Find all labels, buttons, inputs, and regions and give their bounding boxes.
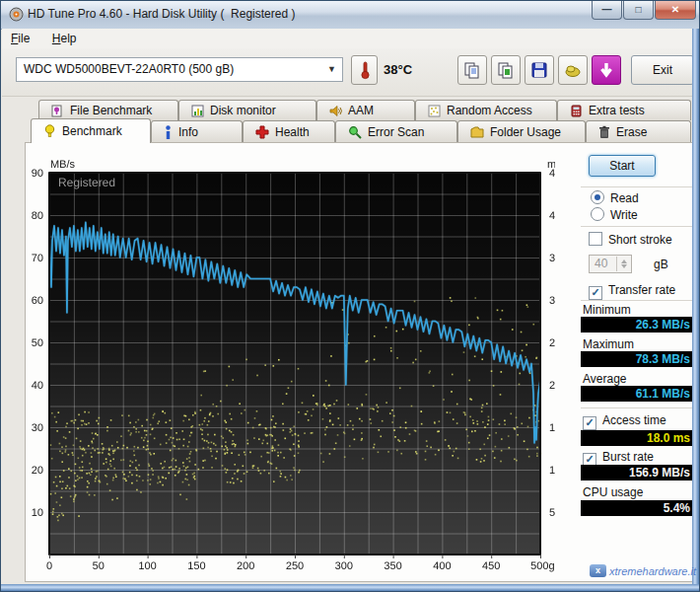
- tab-disk-monitor[interactable]: Disk monitor: [178, 100, 316, 120]
- burst-rate-label: Burst rate: [602, 450, 654, 464]
- speaker-icon: [329, 105, 342, 117]
- toolbar: WDC WD5000BEVT-22A0RT0 (500 gB) ▼ 38°C: [2, 48, 700, 97]
- access-time-checkbox[interactable]: ✓Access time: [583, 413, 666, 430]
- temperature-value: 38°C: [384, 62, 412, 77]
- menu-help[interactable]: Help: [43, 29, 86, 45]
- title-bar: HD Tune Pro 4.60 - Hard Disk Utility ( R…: [1, 1, 700, 30]
- write-radio[interactable]: Write: [591, 207, 638, 222]
- tab-erase[interactable]: Erase: [586, 120, 691, 142]
- calculator-icon: [570, 105, 583, 117]
- checkbox-icon: [589, 232, 602, 246]
- window-frame-right: [692, 29, 699, 592]
- folder-icon: [470, 126, 484, 138]
- copy-image-icon: [497, 61, 515, 79]
- burst-rate-value: 156.9 MB/s: [581, 465, 696, 481]
- down-arrow-icon: [597, 61, 615, 79]
- read-label: Read: [610, 191, 639, 205]
- tab-label: Folder Usage: [490, 125, 561, 139]
- info-icon: [164, 125, 173, 139]
- health-cross-icon: [255, 125, 269, 139]
- minimize-button[interactable]: —: [592, 1, 622, 20]
- tab-label: Random Access: [447, 104, 532, 117]
- random-access-icon: [428, 105, 441, 117]
- magnifier-icon: [348, 125, 362, 139]
- site-logo-icon: x: [590, 564, 606, 577]
- hand-upload-icon: [564, 61, 582, 79]
- tab-label: File Benchmark: [70, 104, 152, 117]
- tab-file-benchmark[interactable]: File Benchmark: [38, 100, 178, 120]
- site-watermark-text: xtremehardware.it: [609, 565, 696, 577]
- checkbox-icon: ✓: [589, 286, 602, 300]
- window-title: HD Tune Pro 4.60 - Hard Disk Utility ( R…: [28, 7, 295, 21]
- thermometer-icon: [359, 60, 371, 80]
- separator: [581, 186, 695, 187]
- maximum-label: Maximum: [583, 337, 634, 351]
- tab-extra-tests[interactable]: Extra tests: [557, 100, 691, 120]
- short-stroke-spinner[interactable]: 40: [589, 255, 632, 273]
- site-watermark: x xtremehardware.it: [590, 564, 696, 577]
- benchmark-chart: [23, 151, 555, 575]
- radio-icon: [591, 190, 604, 204]
- floppy-save-icon: [530, 61, 548, 79]
- menu-bar: File Help: [2, 29, 700, 49]
- drive-select[interactable]: WDC WD5000BEVT-22A0RT0 (500 gB) ▼: [16, 57, 343, 82]
- gb-unit-label: gB: [654, 258, 668, 271]
- tab-label: Extra tests: [589, 104, 645, 117]
- close-button[interactable]: ✕: [655, 1, 696, 20]
- maximize-button[interactable]: □: [623, 1, 654, 20]
- download-button[interactable]: [592, 55, 621, 85]
- maximum-value: 78.3 MB/s: [581, 351, 696, 367]
- transfer-rate-checkbox[interactable]: ✓Transfer rate: [589, 283, 675, 300]
- access-time-value: 18.0 ms: [581, 430, 696, 446]
- start-button[interactable]: Start: [589, 155, 656, 177]
- short-stroke-label: Short stroke: [608, 233, 672, 247]
- window-frame-bottom: [1, 584, 700, 591]
- transfer-rate-label: Transfer rate: [608, 283, 675, 297]
- average-value: 61.1 MB/s: [581, 386, 696, 402]
- save-screenshot-button[interactable]: [525, 55, 554, 85]
- copy-text-icon: [463, 61, 481, 79]
- spinner-arrows[interactable]: [616, 257, 630, 271]
- drive-select-value: WDC WD5000BEVT-22A0RT0 (500 gB): [24, 62, 234, 76]
- short-stroke-checkbox[interactable]: Short stroke: [589, 232, 672, 247]
- tab-label: Health: [275, 125, 310, 139]
- checkbox-icon: ✓: [583, 416, 596, 430]
- tab-error-scan[interactable]: Error Scan: [335, 120, 457, 142]
- tab-health[interactable]: Health: [243, 120, 335, 142]
- minimum-value: 26.3 MB/s: [581, 317, 696, 333]
- write-label: Write: [610, 208, 638, 222]
- copy-text-button[interactable]: [457, 55, 487, 85]
- read-radio[interactable]: Read: [591, 190, 639, 205]
- tab-label: AAM: [348, 104, 374, 117]
- hdd-app-icon: [9, 7, 24, 22]
- radio-icon: [591, 207, 604, 221]
- tab-random-access[interactable]: Random Access: [415, 100, 557, 120]
- benchmark-bulb-icon: [43, 124, 56, 139]
- separator: [581, 407, 695, 408]
- minimum-label: Minimum: [583, 303, 631, 317]
- tab-label: Benchmark: [62, 124, 122, 138]
- cpu-usage-label: CPU usage: [583, 485, 643, 499]
- tab-info[interactable]: Info: [151, 120, 243, 142]
- tab-folder-usage[interactable]: Folder Usage: [457, 120, 586, 142]
- cpu-usage-value: 5.4%: [581, 500, 696, 516]
- tab-label: Info: [178, 125, 198, 139]
- menu-file[interactable]: File: [2, 29, 38, 45]
- separator: [581, 226, 695, 227]
- tab-aam[interactable]: AAM: [316, 100, 415, 120]
- tab-label: Error Scan: [368, 125, 424, 139]
- tab-label: Erase: [616, 125, 647, 139]
- average-label: Average: [583, 372, 626, 386]
- tab-label: Disk monitor: [210, 104, 276, 117]
- app-window: HD Tune Pro 4.60 - Hard Disk Utility ( R…: [0, 0, 700, 592]
- copy-screenshot-button[interactable]: [491, 55, 521, 85]
- spinner-value: 40: [595, 257, 607, 270]
- separator: [581, 300, 695, 301]
- access-time-label: Access time: [602, 413, 666, 427]
- tab-benchmark[interactable]: Benchmark: [31, 118, 151, 143]
- temperature-button[interactable]: [351, 55, 378, 85]
- trash-icon: [598, 125, 610, 139]
- upload-button[interactable]: [558, 55, 588, 85]
- exit-button[interactable]: Exit: [631, 55, 694, 85]
- file-benchmark-icon: [51, 105, 64, 117]
